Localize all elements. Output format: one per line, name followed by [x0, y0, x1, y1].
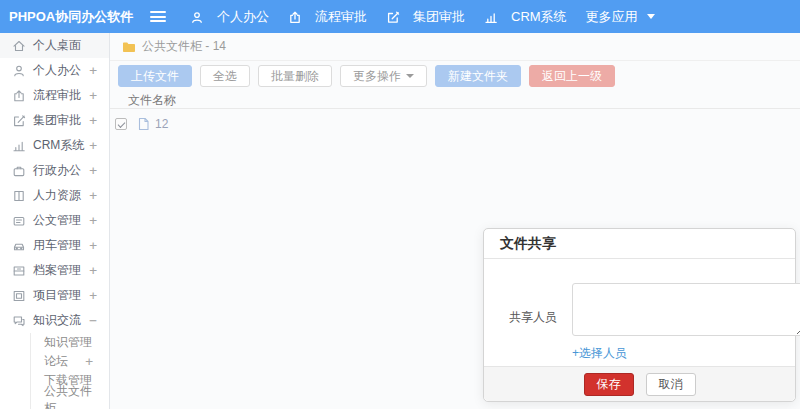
edit-icon: [12, 114, 26, 128]
file-name-column-header: 文件名称: [128, 92, 176, 109]
sidebar-subitem-forum[interactable]: 论坛 +: [31, 352, 109, 371]
modal-footer: 保存 取消: [484, 366, 795, 401]
modal-body: 共享人员 +选择人员: [484, 259, 795, 366]
expand-indicator: +: [89, 63, 97, 78]
more-actions-dropdown[interactable]: 更多操作: [340, 65, 427, 87]
sidebar-item-personal-office[interactable]: 个人办公 +: [0, 58, 109, 83]
user-icon: [12, 64, 26, 78]
export-icon: [288, 10, 302, 24]
file-share-modal: 文件共享 共享人员 +选择人员 保存 取消: [483, 228, 796, 402]
sidebar-item-crm[interactable]: CRM系统 +: [0, 133, 109, 158]
sidebar-item-label: 集团审批: [33, 112, 89, 129]
file-row[interactable]: 12: [110, 109, 800, 139]
sidebar-item-label: 项目管理: [33, 287, 89, 304]
expand-indicator: +: [89, 113, 97, 128]
menu-icon[interactable]: [150, 11, 166, 22]
sidebar-item-label: 知识交流: [33, 312, 89, 329]
nav-label: 更多应用: [586, 8, 638, 26]
share-members-textarea[interactable]: [572, 283, 800, 336]
sidebar-item-archives[interactable]: 档案管理 +: [0, 258, 109, 283]
bar-chart-icon: [484, 10, 498, 24]
sidebar-subitem-public-cabinet[interactable]: 公共文件柜: [31, 390, 109, 409]
file-name: 12: [155, 117, 168, 131]
top-navigation: 个人办公 流程审批 集团审批 CRM系统 更多应用: [110, 0, 674, 33]
expand-indicator: +: [89, 188, 97, 203]
modal-header: 文件共享: [484, 229, 795, 259]
expand-indicator: +: [89, 263, 97, 278]
file-icon: [137, 117, 150, 131]
new-folder-button[interactable]: 新建文件夹: [435, 65, 521, 87]
toolbar: 上传文件 全选 批量删除 更多操作 新建文件夹 返回上一级: [110, 61, 800, 93]
expand-indicator: +: [89, 213, 97, 228]
nav-label: 流程审批: [315, 8, 367, 26]
book-icon: [12, 189, 26, 203]
sidebar-item-label: 个人办公: [33, 62, 89, 79]
row-checkbox[interactable]: [115, 118, 127, 130]
cancel-button[interactable]: 取消: [646, 373, 696, 396]
user-icon: [190, 10, 204, 24]
sidebar-item-label: 公文管理: [33, 212, 89, 229]
breadcrumb-label: 公共文件柜 - 14: [142, 38, 226, 55]
sidebar-item-label: 人力资源: [33, 187, 89, 204]
select-all-button[interactable]: 全选: [200, 65, 250, 87]
sidebar-item-label: 流程审批: [33, 87, 89, 104]
sidebar-subitem-label: 知识管理: [44, 334, 92, 351]
edit-icon: [386, 10, 400, 24]
expand-indicator: +: [89, 88, 97, 103]
archive-icon: [12, 264, 26, 278]
topbar: PHPOA协同办公软件 个人办公 流程审批 集团审批 CRM系统: [0, 0, 800, 33]
app-logo: PHPOA协同办公软件: [0, 8, 110, 26]
sidebar-item-desktop[interactable]: 个人桌面: [0, 33, 109, 58]
nav-process-approval[interactable]: 流程审批: [288, 0, 367, 33]
breadcrumb: 公共文件柜 - 14: [110, 33, 800, 61]
sidebar-item-label: 行政办公: [33, 162, 89, 179]
save-button[interactable]: 保存: [584, 373, 634, 396]
expand-indicator: +: [85, 354, 93, 369]
expand-indicator: +: [89, 238, 97, 253]
sidebar-subitem-label: 公共文件柜: [44, 383, 93, 409]
nav-label: 个人办公: [217, 8, 269, 26]
project-icon: [12, 289, 26, 303]
sidebar-item-group-approval[interactable]: 集团审批 +: [0, 108, 109, 133]
expand-indicator: +: [89, 163, 97, 178]
nav-group-approval[interactable]: 集团审批: [386, 0, 465, 33]
select-members-link[interactable]: +选择人员: [572, 345, 800, 362]
export-icon: [12, 89, 26, 103]
sidebar-item-documents[interactable]: 公文管理 +: [0, 208, 109, 233]
knowledge-submenu: 知识管理 论坛 + 下载管理 公共文件柜: [30, 333, 109, 409]
home-icon: [12, 39, 26, 53]
nav-label: CRM系统: [511, 8, 567, 26]
caret-down-icon: [406, 74, 414, 78]
sidebar-item-label: 档案管理: [33, 262, 89, 279]
back-button[interactable]: 返回上一级: [529, 65, 615, 87]
expand-indicator: +: [89, 138, 97, 153]
sidebar-subitem-knowledge-mgmt[interactable]: 知识管理: [31, 333, 109, 352]
sidebar-item-process-approval[interactable]: 流程审批 +: [0, 83, 109, 108]
file-list-header: 文件名称: [110, 93, 800, 109]
sidebar-item-vehicles[interactable]: 用车管理 +: [0, 233, 109, 258]
more-actions-label: 更多操作: [353, 68, 401, 85]
bar-chart-icon: [12, 139, 26, 153]
collapse-indicator: −: [89, 313, 97, 328]
sidebar-item-knowledge[interactable]: 知识交流 −: [0, 308, 109, 333]
expand-indicator: +: [89, 288, 97, 303]
nav-label: 集团审批: [413, 8, 465, 26]
sidebar-item-label: 个人桌面: [33, 37, 97, 54]
batch-delete-button[interactable]: 批量删除: [258, 65, 332, 87]
sidebar-item-hr[interactable]: 人力资源 +: [0, 183, 109, 208]
chat-icon: [12, 314, 26, 328]
nav-personal-office[interactable]: 个人办公: [190, 0, 269, 33]
sidebar-subitem-label: 论坛: [44, 353, 68, 370]
upload-file-button[interactable]: 上传文件: [118, 65, 192, 87]
caret-down-icon: [647, 14, 655, 19]
nav-more-apps[interactable]: 更多应用: [586, 0, 655, 33]
nav-crm[interactable]: CRM系统: [484, 0, 567, 33]
briefcase-icon: [12, 164, 26, 178]
car-icon: [12, 239, 26, 253]
folder-icon: [122, 41, 136, 53]
sidebar-item-label: 用车管理: [33, 237, 89, 254]
sidebar-item-admin-office[interactable]: 行政办公 +: [0, 158, 109, 183]
document-icon: [12, 214, 26, 228]
modal-title: 文件共享: [500, 235, 556, 253]
sidebar-item-projects[interactable]: 项目管理 +: [0, 283, 109, 308]
